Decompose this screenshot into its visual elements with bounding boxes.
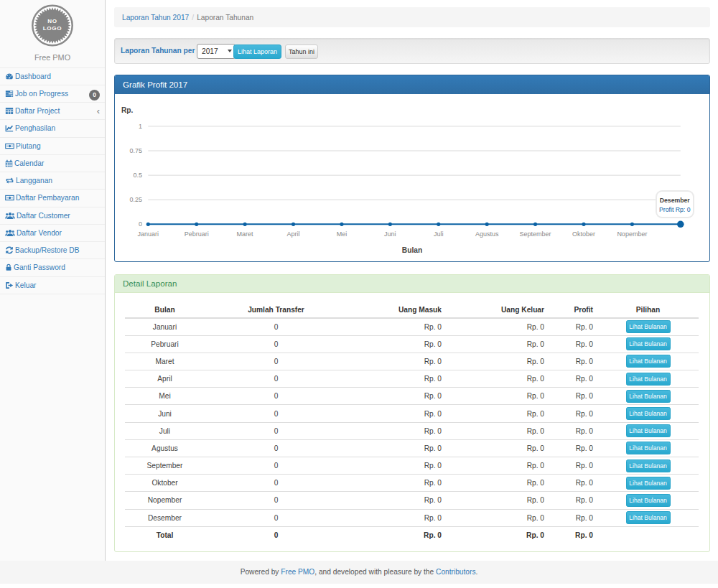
svg-text:0.25: 0.25 (129, 196, 142, 203)
svg-text:0.75: 0.75 (129, 147, 142, 154)
svg-text:1: 1 (139, 123, 142, 130)
svg-text:Mei: Mei (337, 230, 348, 238)
svg-text:Maret: Maret (237, 230, 254, 238)
svg-text:Pebruari: Pebruari (185, 230, 209, 238)
svg-text:Juli: Juli (434, 230, 444, 238)
svg-text:Nopember: Nopember (617, 230, 647, 238)
svg-text:April: April (287, 230, 300, 238)
svg-text:September: September (520, 230, 551, 238)
svg-text:Juni: Juni (384, 230, 396, 238)
svg-text:0.5: 0.5 (133, 172, 142, 179)
svg-text:Agustus: Agustus (475, 230, 499, 238)
svg-text:0: 0 (139, 220, 142, 228)
svg-text:Januari: Januari (138, 230, 159, 238)
svg-text:NO: NO (47, 18, 57, 24)
svg-text:Oktober: Oktober (572, 230, 595, 238)
svg-text:LOGO: LOGO (43, 25, 62, 32)
